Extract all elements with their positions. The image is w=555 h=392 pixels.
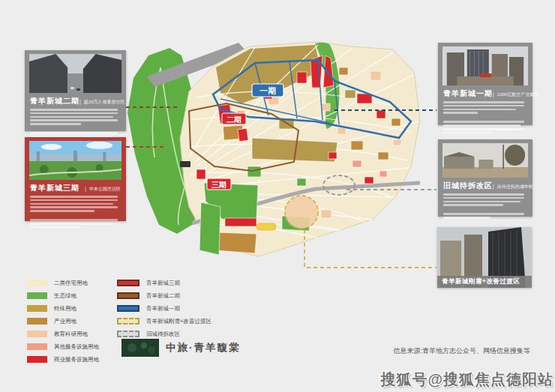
phase1-label: 一期 [252,84,284,97]
legend-item: 青羊新城一期 [117,302,212,315]
legend-label: 青羊新城刚需+改善过渡区 [146,318,212,325]
legend-item: 商业服务设施用地 [27,353,99,366]
card-tag: 尚待迁拆的城中村 [497,184,533,190]
legend-item: 产业用地 [27,315,99,328]
legend-item: 教育科研用地 [27,328,99,340]
card-body-textlines [29,109,122,141]
legend-label: 青羊新城一期 [146,305,180,313]
svg-text:一期: 一期 [260,86,276,95]
legend-swatch [117,331,140,337]
callout-card-phase1: 青羊新城一期 | 1000亿航空产业集群 [438,43,532,125]
legend-label: 青羊新城二期 [146,292,180,300]
photo-village-street [442,143,528,178]
source-note: 信息来源:青羊地方志公众号、网络信息搜集等 [393,346,530,356]
card-tag: 超20万人体量居住区 [84,99,125,106]
legend-item: 青羊新城三期 [117,277,212,289]
phase3-label: 三期 [207,178,231,190]
card-title: 青羊新城一期 [443,88,493,99]
legend-label: 其他服务设施用地 [54,343,99,351]
card-body-textlines [442,101,528,133]
legend-swatch [117,305,140,312]
svg-text:二期: 二期 [226,115,242,124]
callout-card-phase3: 青羊新城三期 | 中央公园生活区 [25,137,126,221]
legend-label: 旧城待拆改区 [146,331,180,338]
callout-card-oldtown: 旧城待拆改区 | 尚待迁拆的城中村 [438,139,532,217]
legend-item: 特殊用地 [27,302,99,315]
legend-label: 商业服务设施用地 [54,356,99,364]
svg-text:三期: 三期 [212,181,226,189]
legend-item: 其他服务设施用地 [27,340,99,353]
legend-swatch [27,280,47,286]
photo-central-park [29,141,122,180]
brand-block: 中旅·青羊馥棠 [122,339,241,357]
brand-logo [122,339,159,357]
legend-label: 教育科研用地 [54,331,88,338]
legend-label: 生态绿地 [54,292,76,300]
photo-office-towers [442,46,528,85]
legend-label: 产业用地 [54,318,76,325]
legend-swatch [27,331,47,337]
road-label-chip [256,223,276,230]
card-title: 旧城待拆改区 [443,181,493,191]
legend-swatch [27,356,47,363]
legend-swatch [117,280,140,286]
legend-swatch [27,318,47,325]
photo-city-street [29,54,122,93]
legend-swatch [27,343,47,350]
legend-swatch [27,292,47,299]
brand-name: 中旅·青羊馥棠 [166,341,241,355]
legend-item: 青羊新城刚需+改善过渡区 [117,315,212,328]
transition-zone-boundary [285,196,318,229]
legend-swatch [117,318,140,325]
phase2-label: 二期 [222,113,246,124]
legend-item: 二类住宅用地 [27,277,99,289]
card-title: 青羊新城二期 [30,96,80,106]
legend-swatch [117,292,140,299]
legend-swatch [27,305,47,312]
legend-item: 生态绿地 [27,289,99,302]
callout-card-transition-zone: 青羊新城刚需+改善过渡区 [437,227,532,288]
card-title: 青羊新城三期 [30,183,80,193]
poster-canvas: 一期 二期 三期 [0,0,555,392]
legend-land-use: 二类住宅用地 生态绿地 特殊用地 产业用地 [27,277,99,366]
watermark: 搜狐号@搜狐焦点德阳站 [380,370,554,390]
callout-card-phase2: 青羊新城二期 | 超20万人体量居住区 [25,50,126,131]
card-body-textlines [442,193,528,219]
legend-label: 二类住宅用地 [54,280,88,287]
legend-item: 青羊新城二期 [117,289,212,302]
card-tag: 1000亿航空产业集群 [497,91,538,98]
card-body-textlines [29,196,122,228]
card-caption: 青羊新城刚需+改善过渡区 [437,276,532,288]
legend-label: 特殊用地 [54,305,76,313]
legend-label: 青羊新城三期 [146,280,180,287]
card-tag: 中央公园生活区 [89,186,121,193]
